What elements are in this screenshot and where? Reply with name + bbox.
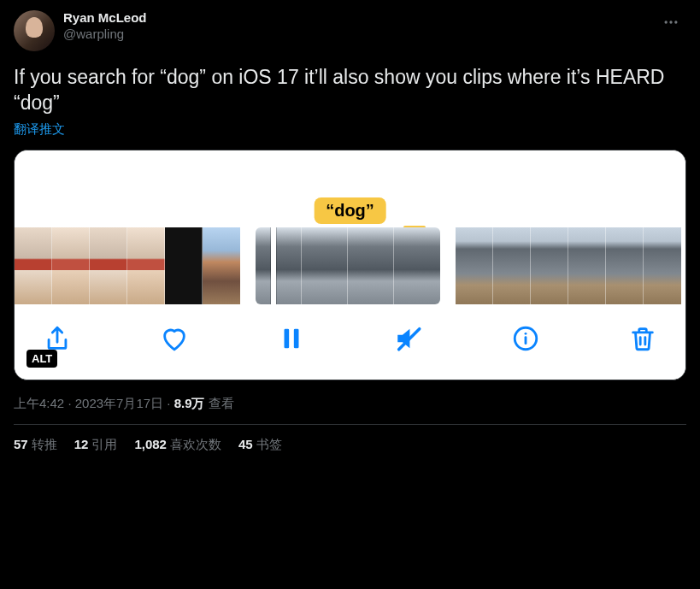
clip-thumbnail[interactable] bbox=[394, 227, 440, 304]
svg-rect-3 bbox=[285, 328, 290, 348]
playhead[interactable] bbox=[271, 227, 276, 304]
avatar[interactable] bbox=[14, 10, 55, 51]
clip-thumbnail[interactable] bbox=[456, 227, 493, 304]
quotes-count: 12 bbox=[74, 437, 89, 451]
bookmarks-stat[interactable]: 45书签 bbox=[238, 437, 282, 453]
display-name[interactable]: Ryan McLeod bbox=[63, 10, 147, 27]
clip-group-left bbox=[15, 227, 240, 304]
post-time[interactable]: 上午4:42 bbox=[14, 396, 64, 410]
likes-label: 喜欢次数 bbox=[170, 437, 221, 451]
pause-button[interactable] bbox=[273, 320, 310, 357]
timeline-row[interactable] bbox=[15, 227, 685, 304]
dot-separator: · bbox=[68, 396, 74, 410]
translate-link[interactable]: 翻译推文 bbox=[14, 121, 686, 138]
speaker-muted-icon bbox=[394, 324, 423, 353]
author-column: Ryan McLeod @warpling bbox=[63, 10, 147, 43]
likes-count: 1,082 bbox=[134, 437, 167, 451]
info-button[interactable] bbox=[507, 320, 544, 357]
favorite-button[interactable] bbox=[156, 320, 193, 357]
info-icon bbox=[511, 324, 540, 353]
svg-point-2 bbox=[674, 21, 677, 23]
svg-point-0 bbox=[665, 21, 668, 23]
ellipsis-icon bbox=[662, 14, 679, 31]
views-label-text[interactable]: 查看 bbox=[209, 396, 234, 410]
clip-thumbnail[interactable] bbox=[606, 227, 644, 304]
bookmarks-label: 书签 bbox=[256, 437, 282, 451]
mute-button[interactable] bbox=[390, 320, 427, 357]
clip-thumbnail[interactable] bbox=[644, 227, 681, 304]
retweets-stat[interactable]: 57转推 bbox=[14, 437, 57, 453]
likes-stat[interactable]: 1,082喜欢次数 bbox=[134, 437, 221, 453]
svg-point-8 bbox=[525, 333, 527, 335]
handle[interactable]: @warpling bbox=[63, 27, 147, 43]
bookmarks-count: 45 bbox=[238, 437, 253, 451]
search-term-badge: “dog” bbox=[314, 197, 386, 224]
media-upper: “dog” bbox=[15, 150, 685, 227]
pause-icon bbox=[277, 324, 306, 353]
controls-row bbox=[15, 304, 685, 380]
clip-thumbnail[interactable] bbox=[127, 227, 165, 304]
dot-separator: · bbox=[167, 396, 174, 410]
media-card[interactable]: “dog” bbox=[14, 150, 686, 380]
clip-thumbnail[interactable] bbox=[493, 227, 531, 304]
svg-point-1 bbox=[669, 21, 672, 23]
views-count[interactable]: 8.9万 bbox=[174, 396, 205, 410]
retweets-label: 转推 bbox=[32, 437, 57, 451]
tweet-container: Ryan McLeod @warpling If you search for … bbox=[0, 0, 700, 463]
alt-badge[interactable]: ALT bbox=[26, 350, 57, 368]
clip-thumbnail[interactable] bbox=[52, 227, 90, 304]
meta-row: 上午4:42 · 2023年7月17日 · 8.9万 查看 bbox=[14, 396, 686, 412]
clip-group-right bbox=[456, 227, 681, 304]
share-icon bbox=[43, 324, 72, 353]
divider bbox=[14, 424, 686, 425]
clip-thumbnail[interactable] bbox=[90, 227, 127, 304]
clip-thumbnail[interactable] bbox=[568, 227, 606, 304]
more-button[interactable] bbox=[656, 10, 686, 37]
trash-icon bbox=[628, 324, 657, 353]
svg-rect-4 bbox=[294, 328, 299, 348]
retweets-count: 57 bbox=[14, 437, 28, 451]
clip-thumbnail[interactable] bbox=[302, 227, 348, 304]
tweet-text: If you search for “dog” on iOS 17 it’ll … bbox=[14, 65, 686, 116]
clip-thumbnail[interactable] bbox=[165, 227, 203, 304]
tweet-header: Ryan McLeod @warpling bbox=[14, 10, 686, 51]
clip-thumbnail[interactable] bbox=[531, 227, 568, 304]
heart-icon bbox=[160, 324, 189, 353]
clip-thumbnail[interactable] bbox=[256, 227, 302, 304]
stats-row: 57转推 12引用 1,082喜欢次数 45书签 bbox=[14, 437, 686, 453]
quotes-label: 引用 bbox=[91, 437, 117, 451]
post-date[interactable]: 2023年7月17日 bbox=[75, 396, 163, 410]
clip-thumbnail[interactable] bbox=[348, 227, 394, 304]
delete-button[interactable] bbox=[624, 320, 662, 357]
clip-thumbnail[interactable] bbox=[15, 227, 52, 304]
clip-group-center bbox=[256, 227, 440, 304]
clip-thumbnail[interactable] bbox=[203, 227, 240, 304]
quotes-stat[interactable]: 12引用 bbox=[74, 437, 118, 453]
